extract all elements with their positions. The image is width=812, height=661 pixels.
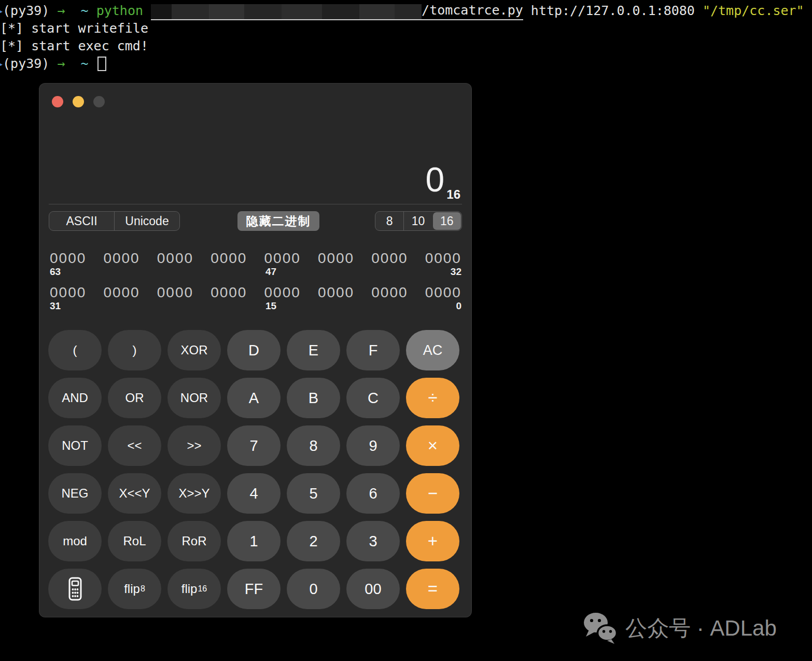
key-and[interactable]: AND — [48, 378, 102, 418]
key-2[interactable]: 2 — [287, 521, 340, 561]
key-flip16[interactable]: flip16 — [167, 569, 221, 609]
key-ff[interactable]: FF — [227, 569, 281, 609]
key-7[interactable]: 7 — [227, 425, 281, 466]
key-label: NOR — [180, 391, 208, 405]
bit-label: 32 — [451, 266, 461, 278]
binary-nibble: 0000 — [425, 250, 461, 267]
hide-binary-button[interactable]: 隐藏二进制 — [237, 211, 319, 231]
binary-nibble: 0000 — [103, 250, 139, 267]
binary-nibble: 0000 — [211, 250, 247, 267]
key-d[interactable]: D — [227, 330, 281, 370]
key-nor[interactable]: NOR — [167, 378, 221, 418]
key-label: 2 — [309, 533, 317, 550]
key-equals[interactable]: = — [406, 569, 459, 609]
key-label: 8 — [309, 437, 317, 455]
key-flip8[interactable]: flip8 — [108, 569, 161, 609]
key-label: FF — [245, 581, 263, 598]
key-subtract[interactable]: − — [406, 473, 459, 514]
key-label: = — [428, 579, 438, 599]
key-label: ÷ — [428, 388, 437, 408]
key-paren-close[interactable]: ) — [108, 330, 161, 370]
terminal-cursor[interactable] — [97, 57, 106, 71]
key-divide[interactable]: ÷ — [406, 378, 459, 418]
key-label: × — [428, 436, 438, 456]
key-paren-open[interactable]: ( — [48, 330, 102, 370]
display-divider — [49, 204, 462, 204]
key-multiply[interactable]: × — [406, 425, 459, 466]
key-label: 7 — [249, 437, 258, 455]
key-a[interactable]: A — [227, 378, 281, 418]
key-ac[interactable]: AC — [406, 330, 459, 370]
key-show-keypad[interactable] — [48, 569, 102, 609]
prompt-path: ~ — [81, 2, 89, 20]
key-label: 3 — [369, 533, 377, 550]
key-shift-right[interactable]: >> — [167, 425, 221, 466]
key-label: B — [309, 390, 318, 407]
key-label: D — [248, 342, 259, 359]
key-label: X<<Y — [119, 486, 150, 501]
key-not[interactable]: NOT — [48, 425, 102, 466]
key-label: NOT — [62, 438, 88, 453]
key-mod[interactable]: mod — [48, 521, 102, 561]
key-shift-left[interactable]: << — [108, 425, 161, 466]
key-add[interactable]: + — [406, 521, 459, 561]
key-ror[interactable]: RoR — [167, 521, 221, 561]
segment-base-10[interactable]: 10 — [403, 212, 432, 230]
display-base-subscript: 16 — [446, 187, 460, 201]
key-label: OR — [125, 391, 144, 405]
key-3[interactable]: 3 — [346, 521, 400, 561]
key-f[interactable]: F — [346, 330, 400, 370]
key-label: 4 — [249, 485, 258, 502]
close-button[interactable] — [52, 96, 63, 107]
key-5[interactable]: 5 — [287, 473, 340, 514]
binary-panel: 00000000000000000000000000000000 63 47 3… — [50, 250, 461, 320]
key-or[interactable]: OR — [108, 378, 161, 418]
calculator-display: 016 — [426, 160, 460, 202]
key-label: F — [369, 342, 378, 359]
binary-nibble: 0000 — [157, 284, 193, 301]
segment-unicode[interactable]: Unicode — [114, 212, 179, 230]
key-label: AC — [423, 342, 443, 359]
binary-nibble: 0000 — [103, 284, 139, 301]
key-xor[interactable]: XOR — [167, 330, 221, 370]
display-value: 0 — [426, 160, 445, 199]
calculator-keypad-icon — [66, 577, 85, 601]
key-4[interactable]: 4 — [227, 473, 281, 514]
segment-ascii[interactable]: ASCII — [49, 212, 114, 230]
key-label-subscript: 8 — [141, 584, 145, 594]
key-x-shift-right-y[interactable]: X>>Y — [167, 473, 221, 514]
key-rol[interactable]: RoL — [108, 521, 161, 561]
bit-label: 15 — [265, 300, 276, 312]
key-9[interactable]: 9 — [346, 425, 400, 466]
key-1[interactable]: 1 — [227, 521, 281, 561]
binary-nibble: 0000 — [50, 284, 86, 301]
key-c[interactable]: C — [346, 378, 400, 418]
binary-row-low: 00000000000000000000000000000000 — [50, 284, 461, 301]
key-label: C — [368, 390, 379, 407]
binary-nibble: 0000 — [318, 284, 354, 301]
terminal-prompt-line: ▶(py39) → ~ — [0, 55, 812, 73]
key-6[interactable]: 6 — [346, 473, 400, 514]
key-label: mod — [63, 534, 87, 548]
key-label: RoL — [123, 534, 146, 548]
binary-nibble: 0000 — [318, 250, 354, 267]
key-00[interactable]: 00 — [346, 569, 400, 609]
key-0[interactable]: 0 — [287, 569, 340, 609]
binary-nibble: 0000 — [371, 284, 408, 301]
segment-base-8[interactable]: 8 — [375, 212, 403, 230]
binary-nibble: 0000 — [50, 250, 86, 267]
key-neg[interactable]: NEG — [48, 473, 102, 514]
key-e[interactable]: E — [287, 330, 340, 370]
keypad: ()XORDEFACANDORNORABC÷NOT<<>>789×NEGX<<Y… — [48, 330, 459, 609]
key-b[interactable]: B — [287, 378, 340, 418]
key-x-shift-left-y[interactable]: X<<Y — [108, 473, 161, 514]
zoom-button-disabled — [93, 96, 105, 107]
key-label: 00 — [365, 581, 381, 598]
key-label: 1 — [249, 533, 258, 550]
segment-base-16[interactable]: 16 — [433, 212, 461, 230]
key-label: − — [428, 484, 438, 503]
key-8[interactable]: 8 — [287, 425, 340, 466]
minimize-button[interactable] — [73, 96, 84, 107]
prompt-arrow-icon: → — [57, 2, 65, 20]
key-label: X>>Y — [178, 486, 209, 501]
